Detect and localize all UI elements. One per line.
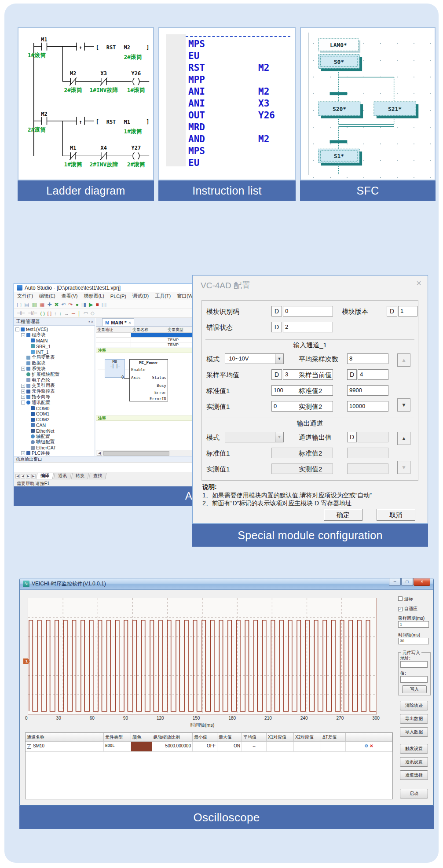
- tree-item-ecam[interactable]: 电子凸轮: [14, 377, 95, 383]
- pin-close-icons[interactable]: ▪ ×: [88, 320, 93, 324]
- tab-compile[interactable]: 编译: [36, 473, 54, 479]
- box-icon[interactable]: ▭: [84, 310, 88, 316]
- tree-item-com1[interactable]: COM1: [14, 411, 95, 417]
- menu-ladder[interactable]: 梯形图(L): [81, 293, 107, 299]
- coil-icon[interactable]: ( ): [40, 311, 44, 316]
- tree-item-data-block[interactable]: 数据块: [14, 360, 95, 366]
- trigger-settings-button[interactable]: 触发设置: [400, 744, 428, 754]
- nav-first-icon[interactable]: ◀: [15, 474, 20, 478]
- toolbar-icon[interactable]: ✖: [54, 302, 59, 308]
- arrow-icon[interactable]: →: [64, 311, 69, 316]
- menu-view[interactable]: 查看(V): [59, 293, 81, 299]
- tree-item-ethernet[interactable]: EtherNet: [14, 428, 95, 434]
- stop-icon[interactable]: ■: [95, 302, 99, 308]
- export-data-button[interactable]: 导出数据: [400, 714, 428, 724]
- tree-item-extension-module[interactable]: 扩展模块配置: [14, 371, 95, 377]
- menu-plc[interactable]: PLC(P): [107, 294, 129, 299]
- nav-prev-icon[interactable]: ◀: [21, 474, 25, 478]
- minimize-button[interactable]: ─: [389, 578, 401, 586]
- tree-item-axis-config[interactable]: 轴配置: [14, 434, 95, 439]
- mc-power-block[interactable]: MC_Power Enable Axis Status Busy Error E…: [129, 359, 168, 401]
- module-id-input[interactable]: 0: [283, 306, 333, 316]
- delete-channel-icon[interactable]: ✕: [370, 743, 373, 748]
- tree-item-global-vars[interactable]: 全局变量表: [14, 355, 95, 360]
- tree-item-instruction-wizard[interactable]: +指令向导: [14, 394, 95, 400]
- tree-item-plc-connect[interactable]: +PLC连接: [14, 451, 95, 456]
- channel-row[interactable]: ✓SM10 BOOL 5000.000000 OFF ON -- ⚙ ✕: [26, 742, 392, 752]
- edge-up-icon[interactable]: ↑: [54, 311, 57, 316]
- write-address-input[interactable]: [400, 661, 428, 668]
- tree-item-main[interactable]: MAIN: [14, 338, 95, 344]
- tree-item-program-block[interactable]: -程序块: [14, 332, 95, 338]
- gear-icon[interactable]: ⚙: [364, 743, 368, 748]
- close-button[interactable]: ✕: [414, 578, 430, 586]
- tree-item-comm-config[interactable]: -通讯配置: [14, 400, 95, 405]
- toolbar-icon[interactable]: ▢: [17, 302, 22, 308]
- tree-item-sbr1[interactable]: SBR_1: [14, 343, 95, 349]
- toolbar-icon[interactable]: ▦: [40, 302, 44, 308]
- comm-settings-button[interactable]: 通讯设置: [400, 757, 428, 767]
- tab-comm[interactable]: 通讯: [53, 473, 71, 479]
- write-button[interactable]: 写入: [402, 685, 427, 693]
- channel-down-button[interactable]: ▼: [397, 398, 410, 412]
- module-version-input[interactable]: 1: [398, 306, 417, 316]
- meas2-input[interactable]: 10000: [347, 401, 388, 412]
- tree-item-axisgroup-config[interactable]: 轴组配置: [14, 439, 95, 445]
- menu-debug[interactable]: 调试(D): [129, 293, 152, 299]
- channel-up-button[interactable]: ▲: [397, 353, 410, 367]
- ok-button[interactable]: 确定: [324, 509, 362, 521]
- tab-main[interactable]: M MAIN * ×: [102, 318, 134, 326]
- channel-up-button[interactable]: ▲: [397, 432, 410, 445]
- autofit-checkbox[interactable]: ✓自适应: [398, 606, 417, 612]
- expand-icon[interactable]: +: [21, 390, 25, 394]
- tree-item-cross-reference[interactable]: +交叉引用表: [14, 383, 95, 389]
- collapse-icon[interactable]: -: [15, 327, 19, 331]
- hline-icon[interactable]: ─: [72, 311, 75, 316]
- toolbar-icon[interactable]: ◨: [81, 302, 86, 308]
- vline-icon[interactable]: │: [78, 311, 81, 316]
- expand-icon[interactable]: +: [21, 384, 25, 388]
- close-tab-icon[interactable]: ×: [128, 320, 131, 325]
- tab-find[interactable]: 查找: [88, 473, 106, 479]
- std2-input[interactable]: 9900: [347, 385, 388, 396]
- tree-item-can[interactable]: CAN: [14, 423, 95, 428]
- toolbar-icon[interactable]: ▥: [32, 302, 37, 308]
- collapse-icon[interactable]: -: [21, 401, 25, 405]
- toolbar-icon[interactable]: ◫: [102, 302, 106, 308]
- menu-file[interactable]: 文件(F): [14, 293, 36, 299]
- cancel-button[interactable]: 取消: [377, 509, 415, 521]
- nav-last-icon[interactable]: ▶: [31, 474, 36, 478]
- collapse-icon[interactable]: -: [21, 333, 25, 337]
- tree-item-monitor-table[interactable]: +元件监控表: [14, 389, 95, 394]
- expand-icon[interactable]: +: [21, 367, 25, 371]
- import-data-button[interactable]: 导入数据: [400, 727, 428, 737]
- channel-select-button[interactable]: 通道选择: [400, 770, 428, 780]
- avg-sample-input[interactable]: 8: [347, 353, 388, 364]
- tree-item-int1[interactable]: INT_1: [14, 349, 95, 355]
- scope-plot[interactable]: [28, 598, 377, 714]
- expand-icon[interactable]: +: [21, 451, 25, 455]
- tab-convert[interactable]: 转换: [71, 473, 89, 479]
- write-value-input[interactable]: [400, 676, 428, 683]
- scroll-thumb[interactable]: [103, 451, 169, 456]
- menu-edit[interactable]: 编辑(E): [36, 293, 59, 299]
- toolbar-icon[interactable]: ↶: [62, 302, 66, 308]
- clear-trace-button[interactable]: 清除轨迹: [400, 701, 428, 710]
- toolbar-icon[interactable]: ▤: [24, 302, 29, 308]
- out-meas2-input[interactable]: [347, 463, 388, 474]
- sample-period-input[interactable]: 1: [398, 621, 429, 628]
- edge-down-icon[interactable]: ↓: [59, 311, 62, 316]
- close-icon[interactable]: ×: [416, 278, 421, 288]
- tree-item-com2[interactable]: COM2: [14, 417, 95, 423]
- combo-arrow-icon[interactable]: ▼: [275, 354, 283, 364]
- out-value-input[interactable]: [358, 432, 388, 442]
- out-std2-input[interactable]: [347, 448, 388, 458]
- run-icon[interactable]: ▶: [89, 302, 93, 308]
- channel-down-button[interactable]: ▼: [397, 461, 410, 474]
- input-mode-combo[interactable]: -10~10V ▼: [225, 353, 284, 364]
- channel-checkbox[interactable]: ✓: [27, 744, 31, 749]
- maximize-button[interactable]: ▢: [401, 578, 413, 586]
- expand-icon[interactable]: +: [21, 395, 25, 399]
- tree-item-system-block[interactable]: +系统块: [14, 366, 95, 372]
- tree-item-com0[interactable]: COM0: [14, 405, 95, 411]
